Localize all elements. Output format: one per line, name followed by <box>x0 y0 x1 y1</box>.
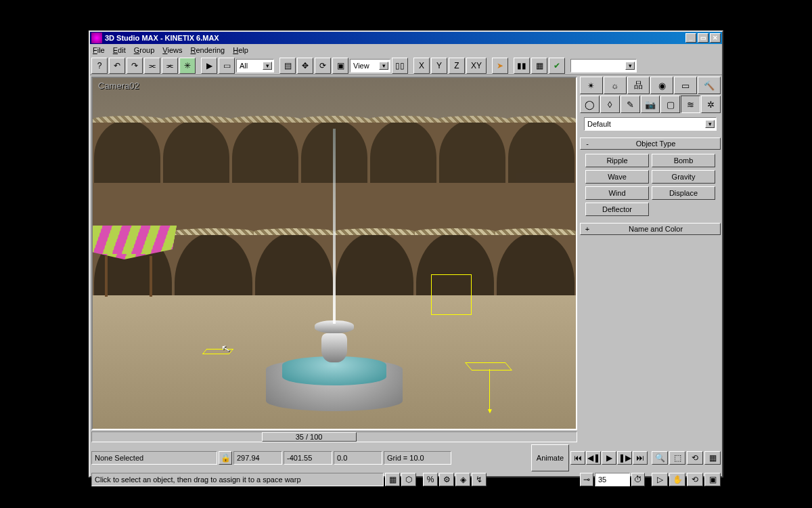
menu-group[interactable]: Group <box>134 46 155 54</box>
create-deflector-button[interactable]: Deflector <box>585 203 649 216</box>
gizmo-arrowhead-icon: ▼ <box>487 407 493 415</box>
select-button[interactable]: ▶ <box>201 58 217 74</box>
tab-motion[interactable]: ◉ <box>650 77 673 94</box>
menu-rendering[interactable]: Rendering <box>190 46 225 54</box>
menu-file[interactable]: File <box>93 46 105 54</box>
goto-start-button[interactable]: ⏮ <box>570 451 585 465</box>
play-button[interactable]: ▶ <box>602 451 616 465</box>
spinner-snap-button[interactable]: ⚙ <box>439 473 454 486</box>
redo-button[interactable]: ↷ <box>127 58 143 74</box>
tab-modify[interactable]: ☼ <box>604 77 627 94</box>
time-config-button[interactable]: ⏱ <box>631 473 645 486</box>
percent-snap-button[interactable]: % <box>423 473 438 486</box>
category-combo[interactable]: Default <box>584 117 717 131</box>
tab-lights[interactable]: ✎ <box>621 96 640 113</box>
menu-views[interactable]: Views <box>162 46 182 54</box>
tab-helpers[interactable]: ▢ <box>660 96 680 113</box>
grid-status: Grid = 10.0 <box>384 451 451 465</box>
coord-y: -401.55 <box>284 451 332 465</box>
nav-fov-button[interactable]: ⟲ <box>687 451 703 465</box>
create-wind-button[interactable]: Wind <box>585 186 649 200</box>
rollout-name-color[interactable]: + Name and Color <box>580 223 721 235</box>
nav-minmax-button[interactable]: ▣ <box>704 473 721 486</box>
tab-hierarchy[interactable]: 品 <box>627 77 650 94</box>
tab-cameras[interactable]: 📷 <box>641 96 660 113</box>
time-slider-thumb[interactable]: 35 / 100 <box>262 432 357 442</box>
array-button[interactable]: ▦ <box>531 58 547 74</box>
gizmo-arrow-icon <box>489 369 490 410</box>
snap-toggle-button[interactable]: ▦ <box>385 473 400 486</box>
nav-region-button[interactable]: ▦ <box>704 451 721 465</box>
align-button[interactable]: ✔ <box>549 58 565 74</box>
viewport-label: Camera02 <box>98 81 139 91</box>
nav-zoom-all-button[interactable]: ⬚ <box>669 451 685 465</box>
tab-utilities[interactable]: 🔨 <box>698 77 721 94</box>
unlink-button[interactable]: ⫘̷ <box>162 58 178 74</box>
nav-truck-button[interactable]: ▷ <box>652 473 668 486</box>
close-button[interactable]: ✕ <box>710 33 721 43</box>
ik-button[interactable]: ➤ <box>492 58 508 74</box>
selection-filter-combo[interactable]: All <box>236 59 274 72</box>
scene-tent <box>93 226 174 287</box>
restrict-x-button[interactable]: X <box>413 58 430 74</box>
restrict-xy-button[interactable]: XY <box>466 58 487 74</box>
application-window: 3D Studio MAX - KINETIX 6.MAX _ ▭ ✕ File… <box>89 30 723 478</box>
create-displace-button[interactable]: Displace <box>652 186 715 200</box>
rollout-object-type[interactable]: - Object Type <box>580 137 721 150</box>
scene-fountain <box>253 249 415 411</box>
next-frame-button[interactable]: ❚▶ <box>617 451 632 465</box>
angle-snap-button[interactable]: ⬡ <box>401 473 416 486</box>
create-gravity-button[interactable]: Gravity <box>652 170 715 184</box>
key-mode-button[interactable]: ⊸ <box>580 473 593 486</box>
animate-button[interactable]: Animate <box>531 444 569 471</box>
viewport[interactable]: Camera02 <box>91 77 577 430</box>
gizmo-icon[interactable] <box>431 274 472 315</box>
bind-warp-button[interactable]: ✳ <box>179 58 196 74</box>
create-wave-button[interactable]: Wave <box>585 170 649 184</box>
time-slider[interactable]: 35 / 100 <box>91 431 577 442</box>
gizmo-icon[interactable] <box>465 362 512 371</box>
tab-create[interactable]: ✴ <box>580 77 603 94</box>
menu-edit[interactable]: Edit <box>113 46 126 54</box>
restrict-y-button[interactable]: Y <box>431 58 447 74</box>
move-button[interactable]: ✥ <box>297 58 313 74</box>
select-by-name-button[interactable]: ▤ <box>279 58 296 74</box>
nav-pan-button[interactable]: ✋ <box>669 473 685 486</box>
tab-display[interactable]: ▭ <box>674 77 697 94</box>
link-button[interactable]: ⫘ <box>144 58 160 74</box>
titlebar[interactable]: 3D Studio MAX - KINETIX 6.MAX _ ▭ ✕ <box>90 32 722 44</box>
prev-frame-button[interactable]: ◀❚ <box>586 451 601 465</box>
nav-orbit-button[interactable]: ⟲ <box>687 473 703 486</box>
tab-geometry[interactable]: ◯ <box>580 96 600 113</box>
select-region-button[interactable]: ▭ <box>219 58 235 74</box>
create-ripple-button[interactable]: Ripple <box>585 154 649 167</box>
minimize-button[interactable]: _ <box>685 33 696 43</box>
command-panel-tabs: ✴ ☼ 品 ◉ ▭ 🔨 <box>580 77 721 94</box>
maximize-button[interactable]: ▭ <box>698 33 708 43</box>
coord-z: 0.0 <box>334 451 382 465</box>
prompt-line: Click to select an object, then drag to … <box>91 473 384 486</box>
mirror-button[interactable]: ▮▮ <box>514 58 530 74</box>
nav-zoom-button[interactable]: 🔍 <box>652 451 668 465</box>
restrict-z-button[interactable]: Z <box>449 58 465 74</box>
snap-3d-button[interactable]: ◈ <box>455 473 470 486</box>
help-mode-button[interactable]: ? <box>91 58 108 74</box>
coord-x: 297.94 <box>233 451 282 465</box>
menu-help[interactable]: Help <box>233 46 248 54</box>
named-selection-combo[interactable] <box>570 59 637 72</box>
tab-systems[interactable]: ✲ <box>701 96 721 113</box>
undo-button[interactable]: ↶ <box>109 58 125 74</box>
coord-system-combo[interactable]: View <box>350 59 390 72</box>
current-frame-field[interactable]: 35 <box>595 473 630 486</box>
create-category-tabs: ◯ ◊ ✎ 📷 ▢ ≋ ✲ <box>580 96 721 113</box>
goto-end-button[interactable]: ⏭ <box>633 451 648 465</box>
pivot-button[interactable]: ▯▯ <box>392 58 408 74</box>
lock-selection-button[interactable]: 🔒 <box>219 451 232 465</box>
tab-spacewarps[interactable]: ≋ <box>681 96 700 113</box>
snap-settings-button[interactable]: ↯ <box>472 473 487 486</box>
tab-shapes[interactable]: ◊ <box>600 96 620 113</box>
rotate-button[interactable]: ⟳ <box>315 58 331 74</box>
create-bomb-button[interactable]: Bomb <box>652 154 715 167</box>
command-panel: ✴ ☼ 品 ◉ ▭ 🔨 ◯ ◊ ✎ 📷 ▢ ≋ ✲ Default - Obje… <box>579 75 722 444</box>
scale-button[interactable]: ▣ <box>332 58 348 74</box>
